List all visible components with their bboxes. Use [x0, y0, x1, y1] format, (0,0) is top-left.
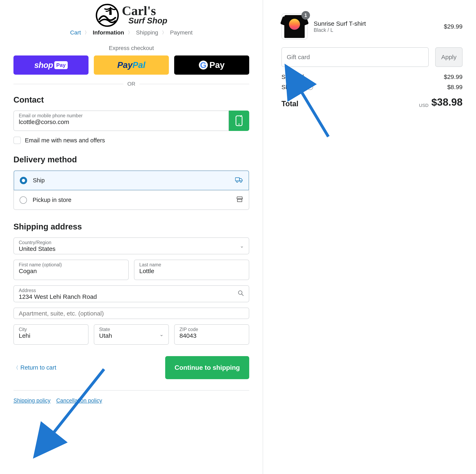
email-input[interactable]: [19, 118, 223, 125]
chevron-right-icon: 〉: [128, 30, 132, 36]
store-icon: [236, 196, 243, 204]
svg-point-4: [236, 181, 238, 182]
breadcrumb-shipping: Shipping: [136, 29, 158, 36]
return-to-cart-link[interactable]: 〈 Return to cart: [14, 364, 56, 371]
subtotal-label: Subtotal: [281, 73, 304, 80]
help-icon[interactable]: ?: [307, 84, 313, 90]
cancellation-policy-link[interactable]: Cancellation policy: [56, 398, 102, 404]
state-select[interactable]: State Utah ⌄: [94, 324, 169, 345]
radio-icon: [20, 177, 27, 184]
product-thumbnail: 1: [281, 14, 307, 40]
delivery-option-ship[interactable]: Ship: [14, 170, 249, 190]
gift-card-row: Apply: [281, 47, 462, 67]
logo-text: Carl's: [122, 5, 167, 16]
svg-point-0: [97, 4, 118, 26]
chevron-right-icon: 〉: [85, 30, 89, 36]
main-footer: 〈 Return to cart Continue to shipping: [14, 356, 249, 379]
first-name-input[interactable]: [19, 268, 123, 274]
shipping-label: Shipping: [281, 84, 305, 91]
last-name-field[interactable]: Last name: [134, 260, 249, 280]
news-checkbox[interactable]: [14, 137, 21, 144]
chevron-down-icon: ⌄: [240, 243, 244, 249]
shop-pay-button[interactable]: shop Pay: [14, 55, 88, 75]
country-value: United States: [19, 245, 244, 252]
email-field-wrap: Email or mobile phone number: [14, 111, 249, 131]
shipping-value: $8.99: [447, 84, 462, 91]
total-label: Total: [281, 100, 298, 108]
main-column: Carl's Surf Shop Cart 〉 Information 〉 Sh…: [0, 0, 263, 474]
express-checkout-label: Express checkout: [14, 45, 249, 51]
breadcrumb-payment: Payment: [170, 29, 193, 36]
chevron-left-icon: 〈: [14, 364, 18, 371]
subtotal-value: $29.99: [444, 73, 462, 80]
news-checkbox-row[interactable]: Email me with news and offers: [14, 137, 249, 144]
breadcrumb-cart[interactable]: Cart: [70, 29, 81, 36]
continue-button[interactable]: Continue to shipping: [165, 356, 249, 379]
paypal-icon: PayPal: [117, 60, 145, 70]
contact-heading: Contact: [14, 95, 249, 104]
svg-line-8: [242, 294, 243, 296]
delivery-radio-group: Ship Pickup in store: [14, 170, 249, 210]
delivery-option-pickup[interactable]: Pickup in store: [14, 190, 249, 209]
tshirt-icon: [284, 15, 305, 38]
shipping-row: Shipping ? $8.99: [281, 84, 462, 91]
state-value: Utah: [99, 332, 164, 339]
or-label: OR: [127, 81, 136, 87]
city-field[interactable]: City: [14, 324, 88, 345]
address-input[interactable]: [19, 293, 244, 300]
breadcrumb: Cart 〉 Information 〉 Shipping 〉 Payment: [14, 29, 249, 36]
address-label: Address: [19, 288, 244, 293]
item-variant: Black / L: [314, 27, 438, 33]
shop-pay-badge-icon: Pay: [54, 61, 68, 69]
item-title: Sunrise Surf T-shirt: [314, 20, 438, 27]
city-input[interactable]: [19, 332, 83, 339]
address-grid: Country/Region United States ⌄ First nam…: [14, 237, 249, 345]
logo: Carl's Surf Shop: [14, 3, 249, 27]
address-heading: Shipping address: [14, 222, 249, 231]
svg-line-9: [49, 369, 104, 439]
apartment-input[interactable]: [19, 310, 244, 317]
svg-line-10: [298, 86, 328, 137]
ship-label: Ship: [33, 177, 45, 184]
apply-button[interactable]: Apply: [435, 47, 462, 67]
total-amount: $38.98: [431, 96, 462, 108]
gift-card-input[interactable]: [281, 47, 429, 67]
return-label: Return to cart: [20, 364, 56, 371]
phone-toggle-button[interactable]: [229, 111, 249, 131]
last-name-label: Last name: [139, 262, 244, 268]
shop-pay-icon: shop: [34, 61, 53, 70]
currency-label: USD: [419, 103, 428, 108]
svg-rect-6: [238, 199, 242, 202]
express-checkout-row: shop Pay PayPal G Pay: [14, 55, 249, 75]
email-label: Email or mobile phone number: [19, 113, 223, 118]
order-summary: 1 Sunrise Surf T-shirt Black / L $29.99 …: [263, 0, 476, 474]
zip-field[interactable]: ZIP code: [174, 324, 249, 345]
breadcrumb-information: Information: [93, 29, 124, 36]
address-field[interactable]: Address: [14, 285, 249, 302]
zip-input[interactable]: [179, 332, 244, 339]
svg-rect-3: [235, 178, 239, 181]
logo-subtext: Surf Shop: [128, 16, 167, 25]
policy-links: Shipping policy Cancellation policy: [14, 390, 249, 404]
news-label: Email me with news and offers: [25, 137, 105, 144]
city-label: City: [19, 327, 83, 332]
chevron-right-icon: 〉: [162, 30, 166, 36]
first-name-field[interactable]: First name (optional): [14, 260, 129, 280]
logo-icon: [95, 3, 119, 27]
phone-icon: [235, 115, 243, 126]
paypal-button[interactable]: PayPal: [94, 55, 169, 75]
email-field[interactable]: Email or mobile phone number: [14, 111, 229, 131]
radio-icon: [19, 196, 27, 204]
total-row: Total USD $38.98: [281, 96, 462, 108]
google-pay-button[interactable]: G Pay: [174, 55, 249, 75]
or-divider: OR: [14, 81, 249, 87]
country-select[interactable]: Country/Region United States ⌄: [14, 237, 249, 254]
zip-label: ZIP code: [179, 327, 244, 332]
apartment-field[interactable]: [14, 307, 249, 319]
country-label: Country/Region: [19, 240, 244, 245]
gpay-text: Pay: [209, 60, 225, 70]
search-icon[interactable]: [238, 290, 244, 298]
last-name-input[interactable]: [139, 268, 244, 274]
item-price: $29.99: [444, 23, 462, 30]
shipping-policy-link[interactable]: Shipping policy: [14, 398, 51, 404]
